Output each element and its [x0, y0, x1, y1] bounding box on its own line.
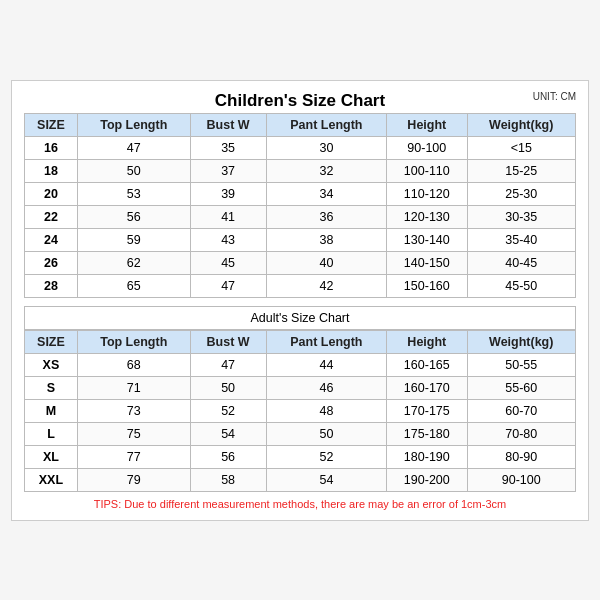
adults-section-header: Adult's Size Chart	[24, 306, 576, 330]
data-cell: 140-150	[387, 251, 467, 274]
data-cell: 45-50	[467, 274, 576, 297]
data-cell: 44	[266, 353, 386, 376]
col-height-adult: Height	[387, 330, 467, 353]
adults-header-row: SIZE Top Length Bust W Pant Length Heigh…	[25, 330, 576, 353]
table-row: 28654742150-16045-50	[25, 274, 576, 297]
data-cell: 62	[77, 251, 190, 274]
size-cell: L	[25, 422, 78, 445]
col-size-child: SIZE	[25, 113, 78, 136]
table-row: 26624540140-15040-45	[25, 251, 576, 274]
data-cell: 160-165	[387, 353, 467, 376]
data-cell: 47	[190, 274, 266, 297]
data-cell: 32	[266, 159, 386, 182]
col-weight-adult: Weight(kg)	[467, 330, 576, 353]
data-cell: 90-100	[467, 468, 576, 491]
size-cell: 24	[25, 228, 78, 251]
data-cell: 60-70	[467, 399, 576, 422]
data-cell: 25-30	[467, 182, 576, 205]
table-row: S715046160-17055-60	[25, 376, 576, 399]
data-cell: 35-40	[467, 228, 576, 251]
children-title-text: Children's Size Chart	[215, 91, 385, 110]
data-cell: 70-80	[467, 422, 576, 445]
col-bust-w-child: Bust W	[190, 113, 266, 136]
data-cell: 39	[190, 182, 266, 205]
col-bust-w-adult: Bust W	[190, 330, 266, 353]
data-cell: 80-90	[467, 445, 576, 468]
chart-container: Children's Size Chart UNIT: CM SIZE Top …	[11, 80, 589, 521]
data-cell: 120-130	[387, 205, 467, 228]
size-cell: 28	[25, 274, 78, 297]
tips-text: TIPS: Due to different measurement metho…	[24, 498, 576, 510]
data-cell: 68	[77, 353, 190, 376]
size-cell: 20	[25, 182, 78, 205]
data-cell: 54	[266, 468, 386, 491]
data-cell: 52	[266, 445, 386, 468]
data-cell: 38	[266, 228, 386, 251]
data-cell: 40-45	[467, 251, 576, 274]
table-row: 1647353090-100<15	[25, 136, 576, 159]
data-cell: 110-120	[387, 182, 467, 205]
data-cell: 15-25	[467, 159, 576, 182]
size-cell: XL	[25, 445, 78, 468]
data-cell: 100-110	[387, 159, 467, 182]
data-cell: 47	[190, 353, 266, 376]
size-cell: XXL	[25, 468, 78, 491]
col-pant-length-adult: Pant Length	[266, 330, 386, 353]
data-cell: 90-100	[387, 136, 467, 159]
adults-title-text: Adult's Size Chart	[251, 311, 350, 325]
data-cell: 75	[77, 422, 190, 445]
tips-content: TIPS: Due to different measurement metho…	[94, 498, 506, 510]
data-cell: 58	[190, 468, 266, 491]
data-cell: 45	[190, 251, 266, 274]
size-cell: 22	[25, 205, 78, 228]
table-row: XS684744160-16550-55	[25, 353, 576, 376]
data-cell: 77	[77, 445, 190, 468]
data-cell: 41	[190, 205, 266, 228]
data-cell: 30	[266, 136, 386, 159]
data-cell: 36	[266, 205, 386, 228]
data-cell: 53	[77, 182, 190, 205]
data-cell: 130-140	[387, 228, 467, 251]
data-cell: 50	[266, 422, 386, 445]
data-cell: 150-160	[387, 274, 467, 297]
data-cell: 34	[266, 182, 386, 205]
data-cell: 48	[266, 399, 386, 422]
col-top-length-adult: Top Length	[77, 330, 190, 353]
data-cell: 50	[190, 376, 266, 399]
data-cell: 79	[77, 468, 190, 491]
data-cell: 40	[266, 251, 386, 274]
table-row: 18503732100-11015-25	[25, 159, 576, 182]
table-row: XXL795854190-20090-100	[25, 468, 576, 491]
data-cell: 46	[266, 376, 386, 399]
data-cell: 37	[190, 159, 266, 182]
data-cell: <15	[467, 136, 576, 159]
data-cell: 52	[190, 399, 266, 422]
data-cell: 56	[77, 205, 190, 228]
size-cell: S	[25, 376, 78, 399]
data-cell: 42	[266, 274, 386, 297]
col-height-child: Height	[387, 113, 467, 136]
unit-label: UNIT: CM	[533, 91, 576, 102]
data-cell: 35	[190, 136, 266, 159]
col-size-adult: SIZE	[25, 330, 78, 353]
col-pant-length-child: Pant Length	[266, 113, 386, 136]
data-cell: 71	[77, 376, 190, 399]
size-cell: 26	[25, 251, 78, 274]
data-cell: 59	[77, 228, 190, 251]
data-cell: 54	[190, 422, 266, 445]
data-cell: 73	[77, 399, 190, 422]
children-size-table: SIZE Top Length Bust W Pant Length Heigh…	[24, 113, 576, 298]
col-weight-child: Weight(kg)	[467, 113, 576, 136]
children-header-row: SIZE Top Length Bust W Pant Length Heigh…	[25, 113, 576, 136]
adults-title-cell: Adult's Size Chart	[25, 306, 576, 329]
data-cell: 55-60	[467, 376, 576, 399]
data-cell: 175-180	[387, 422, 467, 445]
data-cell: 47	[77, 136, 190, 159]
table-row: 20533934110-12025-30	[25, 182, 576, 205]
col-top-length-child: Top Length	[77, 113, 190, 136]
data-cell: 65	[77, 274, 190, 297]
table-row: L755450175-18070-80	[25, 422, 576, 445]
data-cell: 160-170	[387, 376, 467, 399]
size-cell: 18	[25, 159, 78, 182]
size-cell: M	[25, 399, 78, 422]
